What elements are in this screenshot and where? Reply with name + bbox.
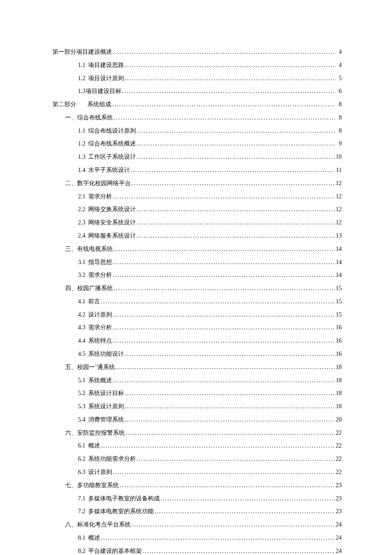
toc-leader-dots [137, 139, 335, 148]
toc-entry: 七、多功能教室系统23 [52, 481, 342, 490]
toc-number: 6.3 [78, 468, 86, 477]
toc-number: 五、 [65, 363, 77, 372]
toc-number: 二、 [65, 179, 77, 188]
toc-entry: 一、综合布线系统8 [52, 113, 342, 122]
toc-title: 需求分析 [88, 271, 112, 279]
toc-page-number: 20 [336, 416, 342, 424]
toc-leader-dots [125, 74, 335, 83]
toc-entry: 4.5系统功能设计16 [52, 350, 342, 358]
toc-number: 3.2 [78, 271, 86, 279]
toc-entry: 6.1概述22 [52, 442, 342, 450]
toc-leader-dots [112, 100, 335, 109]
toc-entry: 第一部分项目建设概述4 [52, 48, 342, 56]
toc-number: 2.4 [78, 232, 86, 240]
toc-page-number: 6 [336, 87, 342, 96]
toc-title: 系统概述 [88, 376, 112, 385]
toc-leader-dots [137, 218, 335, 227]
toc-title: 设计原则 [88, 468, 112, 477]
toc-entry: 六、安防监控报警系统22 [52, 429, 342, 437]
toc-title: 系统功能需求分析 [88, 455, 136, 463]
toc-number: 5.4 [78, 416, 86, 424]
toc-entry: 三、有线电视系统14 [52, 245, 342, 253]
toc-number: 4.5 [78, 350, 86, 358]
toc-number: 1.3 [78, 87, 86, 96]
toc-title: 综合布线系统 [77, 113, 113, 122]
toc-page-number: 10 [336, 153, 342, 161]
toc-leader-dots [113, 311, 335, 319]
toc-title: 综合布线系统概述 [88, 139, 136, 148]
toc-entry: 7.1多媒体电子教室的设备构成23 [52, 494, 342, 503]
toc-entry: 7.2多媒体电教室的系统功能23 [52, 507, 342, 516]
toc-page-number: 22 [336, 455, 342, 463]
toc-entry: 1.2综合布线系统概述9 [52, 139, 342, 148]
toc-number: 1.2 [78, 74, 86, 83]
toc-entry: 1.4水平子系统设计11 [52, 166, 342, 174]
toc-page-number: 23 [336, 494, 342, 503]
toc-leader-dots [155, 507, 335, 516]
toc-page-number: 24 [336, 534, 342, 542]
toc-leader-dots [113, 376, 335, 385]
toc-title: 项目设计原则 [88, 74, 124, 83]
toc-entry: 2.3网络安全系统设计12 [52, 218, 342, 227]
toc-title: 数字化校园网络平台 [77, 179, 131, 188]
toc-title: 项目建设思路 [88, 61, 124, 70]
toc-entry: 2.1需求分析12 [52, 192, 342, 201]
toc-leader-dots [131, 166, 335, 174]
toc-leader-dots [137, 153, 335, 161]
toc-leader-dots [137, 127, 335, 135]
toc-entry: 3.1指导思想14 [52, 258, 342, 267]
toc-page-number: 8 [336, 113, 342, 122]
toc-entry: 5.1系统概述18 [52, 376, 342, 385]
toc-title: 系统组成 [87, 100, 111, 109]
toc-number: 六、 [65, 429, 77, 437]
toc-number: 7.1 [78, 494, 86, 503]
toc-number: 三、 [65, 245, 77, 253]
toc-page-number: 9 [336, 139, 342, 148]
toc-leader-dots [132, 520, 335, 529]
toc-entry: 4.4系统特点16 [52, 337, 342, 345]
toc-number: 8.1 [78, 534, 86, 542]
toc-page-number: 16 [336, 337, 342, 345]
toc-page-number: 18 [336, 376, 342, 385]
toc-number: 4.4 [78, 337, 86, 345]
toc-leader-dots [113, 48, 335, 56]
toc-title: 多功能教室系统 [77, 481, 119, 490]
toc-entry: 5.2系统设计目标. 18 [52, 389, 342, 398]
toc-page-number: 23 [336, 507, 342, 516]
toc-leader-dots [125, 416, 335, 424]
toc-title: 系统设计原则 [88, 402, 124, 411]
toc-page-number: 18 [336, 402, 342, 411]
toc-title: 项目建设目标 [86, 87, 121, 96]
toc-title: 工作区子系统设计 [88, 153, 136, 161]
toc-number: 4.3 [78, 323, 86, 332]
toc-entry: 1.2项目设计原则5 [52, 74, 342, 83]
toc-page-number: 8 [336, 127, 342, 135]
toc-leader-dots [116, 363, 335, 372]
toc-entry: 4.1前言15 [52, 297, 342, 306]
toc-title: 有线电视系统 [77, 245, 113, 253]
toc-title: 需求分析 [88, 323, 112, 332]
toc-page-number: 24 [336, 520, 342, 529]
toc-page-number: 12 [336, 192, 342, 201]
toc-title: 第二部分 [52, 100, 76, 109]
toc-title: 概述 [88, 442, 100, 450]
toc-title: 网络安全系统设计 [88, 218, 136, 227]
toc-entry: 3.2需求分析14 [52, 271, 342, 279]
toc-page-number: 16 [336, 350, 342, 358]
toc-page-number: 14 [336, 271, 342, 279]
toc-page-number: 12 [336, 205, 342, 214]
toc-number: 6.2 [78, 455, 86, 463]
toc-number: 3.1 [78, 258, 86, 267]
toc-leader-dots [114, 284, 335, 293]
toc-leader-dots [113, 323, 335, 332]
toc-page-number: 11 [336, 166, 342, 174]
table-of-contents: 第一部分项目建设概述41.1项目建设思路41.2项目设计原则51.3项目建设目标… [52, 48, 342, 555]
toc-entry: 6.3设计原则22 [52, 468, 342, 477]
toc-entry: 5.3系统设计原则18 [52, 402, 342, 411]
toc-title: 校园一ˆ通系统 [77, 363, 115, 372]
toc-entry: 4.2设计原则15 [52, 311, 342, 319]
toc-title: 系统特点 [88, 337, 112, 345]
toc-page-number: 16 [336, 323, 342, 332]
toc-leader-dots [125, 402, 335, 411]
toc-title: 标准化考点平台系统 [77, 520, 131, 529]
